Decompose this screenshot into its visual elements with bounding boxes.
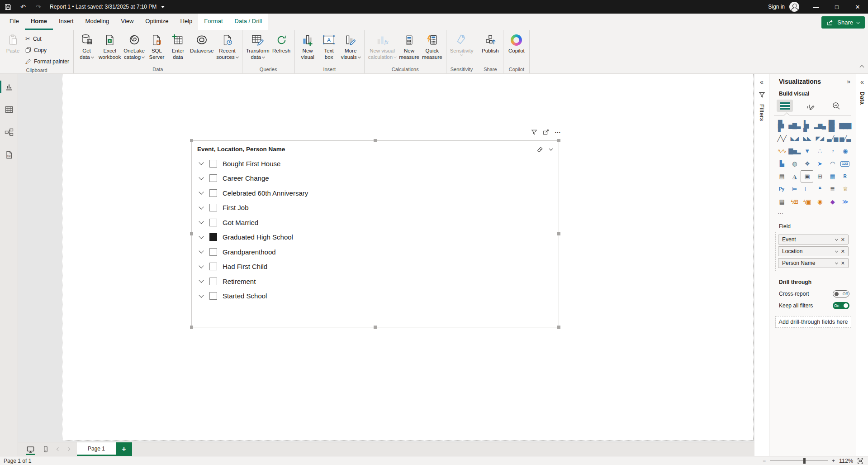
recent-sources-button[interactable]: Recent sources <box>215 31 239 61</box>
slicer-checkbox[interactable] <box>209 204 217 211</box>
menu-tab-help[interactable]: Help <box>175 14 199 30</box>
redo-button[interactable]: ↷ <box>31 0 46 14</box>
save-button[interactable] <box>0 0 15 14</box>
table-view-button[interactable] <box>0 103 18 116</box>
filters-panel-title[interactable]: Filters <box>759 104 765 121</box>
power-automate[interactable]: ≫ <box>839 196 851 208</box>
fit-to-page-button[interactable] <box>857 458 863 464</box>
format-painter-button[interactable]: Format painter <box>24 56 71 67</box>
slicer[interactable]: ▣ <box>801 170 813 182</box>
card-new[interactable]: ϟ⊞ <box>788 196 801 208</box>
kpi[interactable]: ◮ <box>788 170 801 182</box>
zoom-slider[interactable] <box>770 460 828 461</box>
menu-tab-file[interactable]: File <box>4 14 25 30</box>
transform-data-button[interactable]: Transform data <box>245 31 271 61</box>
resize-handle-bottom[interactable] <box>374 326 377 329</box>
metrics[interactable]: ♕ <box>839 183 851 195</box>
more-options-icon[interactable]: ⋯ <box>555 129 561 136</box>
matrix[interactable]: ▦ <box>826 170 839 182</box>
account-avatar[interactable] <box>789 2 799 12</box>
excel-workbook-button[interactable]: X Excel workbook <box>97 31 122 61</box>
expand-chevron-icon[interactable] <box>199 263 204 268</box>
resize-handle-top[interactable] <box>374 139 377 142</box>
slicer-new[interactable]: ϟ▣ <box>801 196 813 208</box>
menu-tab-home[interactable]: Home <box>25 14 53 30</box>
dataverse-button[interactable]: Dataverse <box>189 31 215 55</box>
line-and-stacked-column-chart[interactable]: ▃╱▅ <box>826 132 839 144</box>
ribbon-chart[interactable]: ∿∿ <box>775 145 788 157</box>
field-pill-remove-icon[interactable]: ✕ <box>841 237 845 243</box>
waterfall-chart[interactable]: ▇▅▂ <box>788 145 801 157</box>
zoom-slider-thumb[interactable] <box>803 458 806 464</box>
build-visual-tab[interactable] <box>777 100 793 112</box>
smart-narrative[interactable]: ≣ <box>826 183 839 195</box>
copy-button[interactable]: Copy <box>24 44 71 56</box>
refresh-button[interactable]: Refresh <box>271 31 292 55</box>
slicer-item[interactable]: Retirement <box>199 274 559 289</box>
azure-map[interactable]: ➤ <box>813 158 826 170</box>
resize-handle-bottom-right[interactable] <box>557 326 560 329</box>
menu-tab-insert[interactable]: Insert <box>53 14 80 30</box>
scatter-chart[interactable]: ∴ <box>813 145 826 157</box>
title-dropdown-icon[interactable] <box>161 6 165 8</box>
slicer-visual[interactable]: ⋯ Event, Location, Person Name <box>191 140 559 327</box>
expand-filters-icon[interactable]: « <box>760 78 764 86</box>
slicer-checkbox[interactable] <box>209 233 217 241</box>
report-canvas[interactable]: ⋯ Event, Location, Person Name <box>18 74 754 442</box>
mobile-layout-button[interactable] <box>38 442 53 456</box>
resize-handle-top-right[interactable] <box>557 139 560 142</box>
stacked-column-chart[interactable]: ▅▇▃ <box>788 120 801 132</box>
sensitivity-button[interactable]: Sensitivity <box>449 31 475 57</box>
decomposition-tree[interactable]: ⊢ <box>801 183 813 195</box>
publish-button[interactable]: Publish <box>479 31 501 55</box>
qa-visual[interactable]: ❝ <box>813 183 826 195</box>
new-page-button[interactable]: + <box>116 442 132 456</box>
arcgis-map[interactable]: ◉ <box>813 196 826 208</box>
field-pill-chevron-icon[interactable] <box>835 249 838 252</box>
funnel-chart[interactable]: ▼ <box>801 145 813 157</box>
resize-handle-right[interactable] <box>557 232 560 235</box>
copilot-button[interactable]: Copilot <box>506 31 527 55</box>
expand-chevron-icon[interactable] <box>199 249 204 254</box>
get-data-button[interactable]: Get data <box>76 31 97 61</box>
slicer-item[interactable]: Bought First House <box>199 156 559 171</box>
maximize-button[interactable]: □ <box>826 0 847 14</box>
expand-chevron-icon[interactable] <box>199 278 204 283</box>
power-apps[interactable]: ◆ <box>826 196 839 208</box>
gauge[interactable]: ◠ <box>826 158 839 170</box>
slicer-item[interactable]: First Job <box>199 201 559 216</box>
field-pill[interactable]: Person Name ✕ <box>778 258 849 268</box>
slicer-item[interactable]: Had First Child <box>199 259 559 274</box>
stacked-bar-chart[interactable]: ▅▇▃ <box>775 120 788 132</box>
area-chart[interactable]: ◣◢ <box>788 132 801 144</box>
map[interactable]: ◍ <box>788 158 801 170</box>
slicer-item[interactable]: Celebrated 60th Anniversary <box>199 186 559 201</box>
expand-chevron-icon[interactable] <box>199 204 204 209</box>
slicer-item[interactable]: Graduated High School <box>199 230 559 245</box>
table[interactable]: ⊞ <box>813 170 826 182</box>
keep-all-filters-toggle[interactable]: On <box>833 302 849 309</box>
share-button[interactable]: Share <box>821 16 865 29</box>
collapse-ribbon-button[interactable] <box>860 65 864 70</box>
report-title[interactable]: Report 1 • Last saved: 3/31/2025 at 7:10… <box>50 4 165 10</box>
menu-tab-data-drill[interactable]: Data / Drill <box>229 14 268 30</box>
slicer-checkbox[interactable] <box>209 160 217 168</box>
text-box-button[interactable]: A Text box <box>318 31 340 61</box>
report-view-button[interactable] <box>0 80 18 94</box>
dax-query-view-button[interactable]: DAX <box>0 148 18 162</box>
field-pill-chevron-icon[interactable] <box>835 237 838 240</box>
multi-row-card[interactable]: ▤ <box>775 170 788 182</box>
filled-map[interactable]: ❖ <box>801 158 813 170</box>
card[interactable]: 123 <box>839 158 851 170</box>
field-pill-remove-icon[interactable]: ✕ <box>841 249 845 254</box>
zoom-in-button[interactable]: + <box>832 458 835 464</box>
slicer-dropdown-icon[interactable] <box>549 147 553 150</box>
key-influencers[interactable]: ⊨ <box>788 183 801 195</box>
expand-chevron-icon[interactable] <box>199 292 204 297</box>
treemap[interactable]: ▙ <box>775 158 788 170</box>
next-page-button[interactable] <box>63 442 73 456</box>
slicer-item[interactable]: Started School <box>199 289 559 304</box>
previous-page-button[interactable] <box>53 442 63 456</box>
expand-chevron-icon[interactable] <box>199 190 204 195</box>
slicer-checkbox[interactable] <box>209 189 217 197</box>
